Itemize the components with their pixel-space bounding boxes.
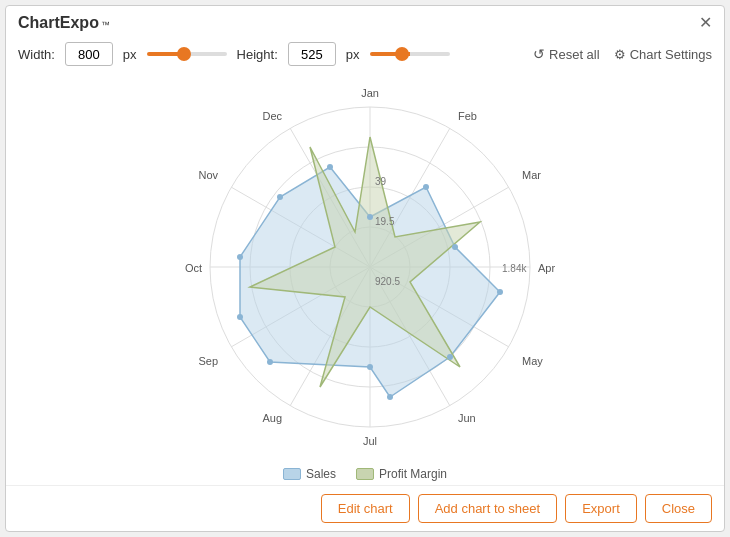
label-sep: Sep bbox=[198, 355, 218, 367]
toolbar-right: ↺ Reset all ⚙ Chart Settings bbox=[533, 46, 712, 62]
chart-settings-button[interactable]: ⚙ Chart Settings bbox=[614, 47, 712, 62]
close-icon[interactable]: ✕ bbox=[699, 15, 712, 31]
svg-point-19 bbox=[423, 184, 429, 190]
ring-label-39: 39 bbox=[375, 176, 387, 187]
label-dec: Dec bbox=[262, 110, 282, 122]
legend-item-profit: Profit Margin bbox=[356, 467, 447, 481]
title-bar-left: ChartExpo ™ bbox=[18, 14, 110, 32]
reset-label: Reset all bbox=[549, 47, 600, 62]
svg-point-23 bbox=[387, 394, 393, 400]
footer: Edit chart Add chart to sheet Export Clo… bbox=[6, 485, 724, 531]
svg-point-28 bbox=[277, 194, 283, 200]
label-may: May bbox=[522, 355, 543, 367]
dialog: ChartExpo ™ ✕ Width: px Height: px ↺ Res… bbox=[5, 5, 725, 532]
width-label: Width: bbox=[18, 47, 55, 62]
label-jun: Jun bbox=[458, 412, 476, 424]
radar-svg: 39 19.5 920.5 1.84k Jan Feb Mar Apr May … bbox=[75, 92, 655, 442]
label-jan: Jan bbox=[361, 87, 379, 99]
edit-chart-button[interactable]: Edit chart bbox=[321, 494, 410, 523]
ring-label-19: 19.5 bbox=[375, 216, 395, 227]
label-oct: Oct bbox=[185, 262, 202, 274]
svg-point-29 bbox=[327, 164, 333, 170]
close-button[interactable]: Close bbox=[645, 494, 712, 523]
legend-color-profit bbox=[356, 468, 374, 480]
label-mar: Mar bbox=[522, 169, 541, 181]
width-input[interactable] bbox=[65, 42, 113, 66]
svg-point-22 bbox=[447, 354, 453, 360]
chart-area: 39 19.5 920.5 1.84k Jan Feb Mar Apr May … bbox=[6, 72, 724, 461]
legend: Sales Profit Margin bbox=[6, 461, 724, 485]
height-slider[interactable] bbox=[370, 52, 450, 56]
add-chart-to-sheet-button[interactable]: Add chart to sheet bbox=[418, 494, 558, 523]
svg-point-25 bbox=[267, 359, 273, 365]
app-title: ChartExpo bbox=[18, 14, 99, 32]
height-input[interactable] bbox=[288, 42, 336, 66]
height-unit: px bbox=[346, 47, 360, 62]
label-aug: Aug bbox=[262, 412, 282, 424]
legend-label-sales: Sales bbox=[306, 467, 336, 481]
svg-point-27 bbox=[237, 254, 243, 260]
settings-icon: ⚙ bbox=[614, 47, 626, 62]
legend-label-profit: Profit Margin bbox=[379, 467, 447, 481]
svg-point-24 bbox=[367, 364, 373, 370]
ring-label-center: 920.5 bbox=[375, 276, 400, 287]
svg-point-20 bbox=[452, 244, 458, 250]
reset-icon: ↺ bbox=[533, 46, 545, 62]
height-label: Height: bbox=[237, 47, 278, 62]
width-unit: px bbox=[123, 47, 137, 62]
svg-point-26 bbox=[237, 314, 243, 320]
label-feb: Feb bbox=[458, 110, 477, 122]
chart-settings-label: Chart Settings bbox=[630, 47, 712, 62]
label-apr: Apr bbox=[538, 262, 555, 274]
legend-color-sales bbox=[283, 468, 301, 480]
app-title-tm: ™ bbox=[101, 20, 110, 30]
ring-label-right: 1.84k bbox=[502, 263, 527, 274]
title-bar: ChartExpo ™ ✕ bbox=[6, 6, 724, 36]
legend-item-sales: Sales bbox=[283, 467, 336, 481]
svg-point-18 bbox=[367, 214, 373, 220]
width-slider[interactable] bbox=[147, 52, 227, 56]
label-nov: Nov bbox=[198, 169, 218, 181]
export-button[interactable]: Export bbox=[565, 494, 637, 523]
svg-point-21 bbox=[497, 289, 503, 295]
label-jul: Jul bbox=[363, 435, 377, 447]
toolbar: Width: px Height: px ↺ Reset all ⚙ Chart… bbox=[6, 36, 724, 72]
reset-all-button[interactable]: ↺ Reset all bbox=[533, 46, 600, 62]
